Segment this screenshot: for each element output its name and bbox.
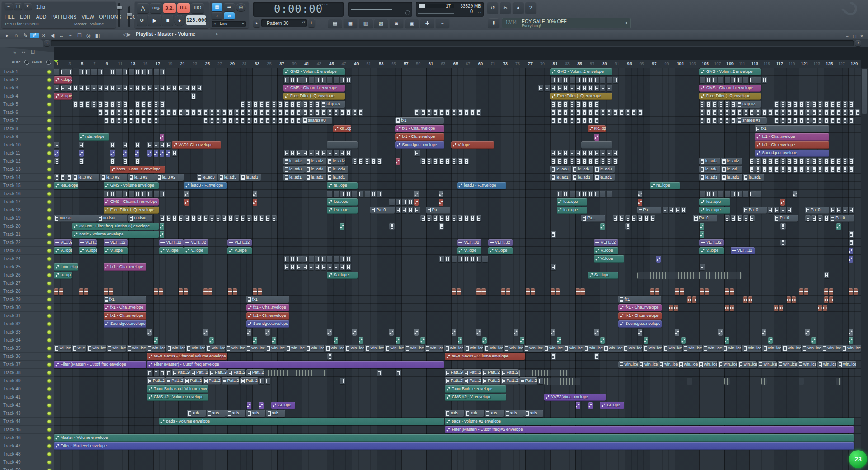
- pattern-clip[interactable]: win..ice: [678, 361, 697, 368]
- pattern-block[interactable]: [669, 207, 674, 213]
- automation-clip[interactable]: lea..ope: [699, 207, 730, 214]
- pattern-block[interactable]: [302, 256, 307, 262]
- pattern-clip[interactable]: wi..ice: [54, 345, 71, 352]
- mini-audio-clip[interactable]: [705, 288, 709, 295]
- pattern-clip[interactable]: win..ice: [127, 345, 146, 352]
- mini-automation-clip[interactable]: [458, 337, 462, 344]
- pattern-block[interactable]: [296, 118, 301, 124]
- pattern-block[interactable]: [650, 215, 655, 221]
- mini-audio-clip[interactable]: [730, 288, 734, 295]
- automation-clip[interactable]: V..lope: [54, 247, 72, 254]
- pattern-block[interactable]: [66, 85, 71, 91]
- mini-audio-clip[interactable]: [228, 288, 232, 295]
- pattern-block[interactable]: [780, 158, 785, 164]
- tool-button-1[interactable]: ✂: [500, 2, 511, 14]
- timeline-ruler[interactable]: 1357911131517192123252729313335373941434…: [54, 60, 861, 68]
- track-mute-led[interactable]: [47, 208, 51, 212]
- pattern-block[interactable]: [600, 109, 605, 116]
- pattern-block[interactable]: [706, 109, 711, 116]
- pattern-block[interactable]: [805, 118, 810, 124]
- pattern-block[interactable]: [607, 158, 612, 164]
- mini-audio-clip[interactable]: [824, 296, 828, 303]
- pattern-clip[interactable]: le..3 #2: [100, 174, 127, 181]
- pattern-block[interactable]: [135, 109, 140, 116]
- pattern-block[interactable]: [836, 158, 841, 164]
- menu-item-options[interactable]: OPTIONS: [99, 14, 121, 19]
- pattern-block[interactable]: [582, 118, 587, 124]
- mini-audio-clip[interactable]: [501, 288, 505, 295]
- automation-clip[interactable]: Free Filter (..Q envelope: [699, 93, 761, 100]
- pattern-block[interactable]: [315, 264, 320, 270]
- pattern-block[interactable]: [334, 264, 339, 270]
- track-mute-led[interactable]: [47, 420, 51, 423]
- pattern-block[interactable]: [445, 215, 450, 221]
- pattern-block[interactable]: [98, 109, 103, 116]
- track-mute-led[interactable]: [47, 184, 51, 188]
- track-mute-led[interactable]: [47, 330, 51, 334]
- stop-button[interactable]: ■: [162, 15, 173, 26]
- mini-audio-clip[interactable]: [818, 305, 822, 311]
- pattern-clip[interactable]: le..ad3: [594, 166, 615, 173]
- pattern-clip[interactable]: win..ice: [797, 361, 816, 368]
- pattern-clip[interactable]: Patt..26: [227, 369, 245, 376]
- pattern-block[interactable]: [482, 256, 487, 262]
- mini-automation-clip[interactable]: [849, 329, 853, 336]
- mini-audio-clip[interactable]: [109, 288, 113, 295]
- automation-clip[interactable]: lea..ope: [327, 207, 358, 214]
- pattern-block[interactable]: [607, 85, 612, 91]
- track-row-20[interactable]: Track 20: [0, 222, 54, 230]
- pattern-clip[interactable]: win..ice: [504, 345, 523, 352]
- pattern-block[interactable]: [811, 101, 816, 108]
- automation-clip[interactable]: Filter (Master) - Cutoff freq #2 envelop…: [445, 426, 854, 433]
- pattern-block[interactable]: [309, 101, 314, 108]
- pattern-block[interactable]: [774, 166, 779, 173]
- pattern-block[interactable]: [91, 85, 96, 91]
- pattern-clip[interactable]: sub: [187, 410, 206, 417]
- pattern-block[interactable]: [247, 118, 252, 124]
- pattern-block[interactable]: [613, 77, 618, 83]
- pattern-block[interactable]: [123, 118, 127, 124]
- pattern-block[interactable]: [600, 150, 605, 156]
- pattern-block[interactable]: [284, 256, 289, 262]
- pattern-block[interactable]: [265, 215, 270, 221]
- pattern-block[interactable]: [73, 101, 78, 108]
- pattern-block[interactable]: [594, 101, 599, 108]
- playlist-tool-8[interactable]: ☐: [75, 33, 84, 38]
- pattern-block[interactable]: [172, 109, 177, 116]
- pattern-clip[interactable]: nodsic: [97, 215, 127, 222]
- pattern-block[interactable]: [793, 158, 798, 164]
- pattern-block[interactable]: [557, 191, 562, 197]
- pattern-block[interactable]: [570, 191, 575, 197]
- pattern-block[interactable]: [191, 109, 196, 116]
- pattern-block[interactable]: [563, 109, 568, 116]
- pattern-block[interactable]: [420, 158, 425, 164]
- pattern-block[interactable]: [551, 353, 556, 360]
- pattern-block[interactable]: [607, 109, 612, 116]
- pattern-block[interactable]: [85, 101, 90, 108]
- pattern-block[interactable]: [321, 150, 326, 156]
- wait-input-icon[interactable]: Ш◷: [150, 3, 162, 13]
- automation-clip[interactable]: [581, 141, 612, 149]
- pattern-clip[interactable]: clap #3: [321, 101, 344, 108]
- audio-clip[interactable]: VEH..32: [104, 239, 128, 246]
- pattern-block[interactable]: [632, 109, 637, 116]
- mini-automation-clip[interactable]: [588, 402, 593, 409]
- pattern-block[interactable]: [551, 101, 556, 108]
- pattern-block[interactable]: [278, 101, 283, 108]
- mini-audio-clip[interactable]: [674, 305, 678, 311]
- automation-clip[interactable]: Sa..lope: [588, 272, 618, 279]
- pattern-block[interactable]: [160, 109, 165, 116]
- pattern-block[interactable]: [179, 109, 184, 116]
- pattern-clip[interactable]: fx1: [618, 296, 661, 303]
- pattern-clip[interactable]: win..ice: [206, 345, 225, 352]
- pattern-block[interactable]: [731, 109, 736, 116]
- pattern-block[interactable]: [408, 199, 413, 205]
- track-mute-led[interactable]: [47, 135, 51, 139]
- pattern-block[interactable]: [737, 215, 742, 221]
- pattern-block[interactable]: [576, 101, 580, 108]
- pattern-block[interactable]: [563, 85, 568, 91]
- pattern-block[interactable]: [265, 118, 270, 124]
- mini-automation-clip[interactable]: [576, 402, 580, 409]
- pattern-block[interactable]: [638, 215, 643, 221]
- audio-clip[interactable]: VEH..32: [594, 239, 618, 246]
